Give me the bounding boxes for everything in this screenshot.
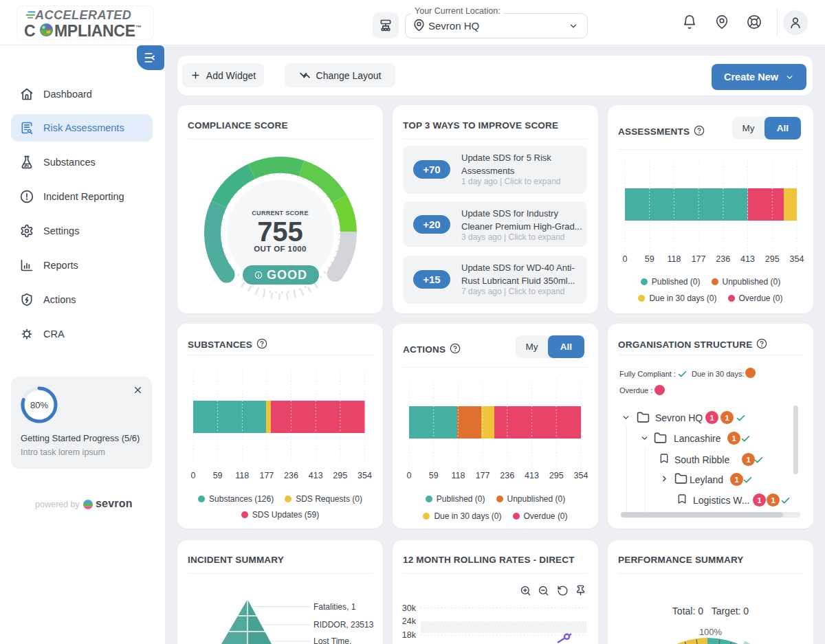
svg-text:80%: 80% — [30, 400, 48, 410]
